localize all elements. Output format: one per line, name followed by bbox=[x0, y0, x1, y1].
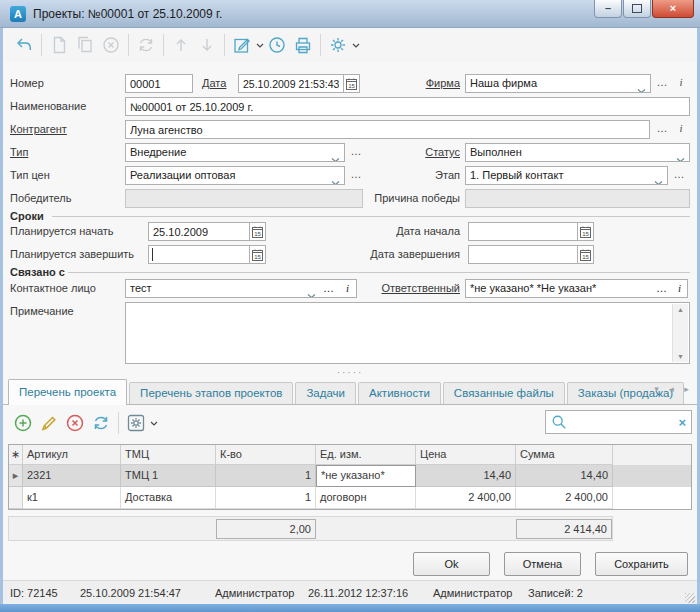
scroll-down-icon[interactable]: ▼ bbox=[673, 353, 688, 360]
splitter-handle[interactable]: ····· bbox=[0, 369, 700, 377]
label-firma-link[interactable]: Фирма bbox=[405, 74, 460, 92]
plan-start-field[interactable] bbox=[148, 222, 250, 241]
history-button[interactable] bbox=[264, 32, 290, 58]
label-status-link[interactable]: Статус bbox=[400, 143, 460, 161]
dropdown-caret-icon[interactable] bbox=[352, 43, 360, 48]
cell-cena[interactable]: 14,40 bbox=[416, 465, 516, 487]
otvetstvennyy-combo[interactable]: *не указано* *Не указан* … i bbox=[465, 279, 688, 298]
search-input[interactable] bbox=[571, 415, 678, 429]
label-otvetstvennyy-link[interactable]: Ответственный bbox=[368, 279, 460, 297]
primechanie-textarea[interactable]: ▲ ▼ bbox=[125, 302, 690, 364]
chevron-down-icon[interactable] bbox=[307, 287, 316, 298]
table-row[interactable]: к1 Доставка 1 договорн 2 400,00 2 400,00 bbox=[9, 487, 691, 509]
cancel-button[interactable]: Отмена bbox=[504, 552, 581, 576]
date-start-calendar-button[interactable]: 15 bbox=[577, 222, 594, 241]
chevron-down-icon[interactable] bbox=[676, 151, 685, 162]
etap-ellipsis-button[interactable]: … bbox=[671, 166, 687, 185]
kontragent-ellipsis-button[interactable]: … bbox=[654, 120, 670, 139]
delete-row-button[interactable] bbox=[62, 410, 88, 436]
column-header-artikul[interactable]: Артикул bbox=[23, 445, 121, 465]
tab-scroll-right-icon[interactable]: ▸ bbox=[679, 382, 694, 396]
edit-row-button[interactable] bbox=[36, 410, 62, 436]
kontakt-info-button[interactable]: i bbox=[346, 280, 349, 297]
tip-ellipsis-button[interactable]: … bbox=[348, 143, 364, 162]
tab-zadachi[interactable]: Задачи bbox=[295, 382, 356, 404]
kontakt-combo[interactable]: тест … i bbox=[125, 279, 357, 298]
tab-perechen-etapov[interactable]: Перечень этапов проектов bbox=[129, 382, 293, 404]
tab-aktivnosti[interactable]: Активности bbox=[358, 382, 441, 404]
tab-list-icon[interactable]: ▾ bbox=[649, 382, 664, 396]
data-calendar-button[interactable]: 15 bbox=[343, 74, 360, 93]
dropdown-caret-icon[interactable] bbox=[150, 421, 158, 426]
plan-end-field[interactable] bbox=[148, 245, 250, 264]
scroll-up-icon[interactable]: ▲ bbox=[673, 306, 688, 313]
kontragent-field[interactable] bbox=[125, 120, 650, 139]
data-field[interactable] bbox=[238, 74, 344, 93]
firma-ellipsis-button[interactable]: … bbox=[654, 74, 670, 93]
dropdown-caret-icon[interactable] bbox=[256, 43, 264, 48]
column-header-summa[interactable]: Сумма bbox=[516, 445, 613, 465]
cell-cena[interactable]: 2 400,00 bbox=[416, 487, 516, 509]
tip-cen-combo[interactable]: Реализации оптовая bbox=[125, 166, 345, 185]
cell-kvo[interactable]: 1 bbox=[216, 487, 316, 509]
chevron-down-icon[interactable] bbox=[637, 82, 646, 93]
close-button[interactable]: × bbox=[652, 0, 694, 18]
grid-settings-button[interactable] bbox=[123, 410, 149, 436]
chevron-down-icon[interactable] bbox=[654, 174, 663, 185]
otvetstvennyy-ellipsis-button[interactable]: … bbox=[656, 280, 667, 297]
label-tip-link[interactable]: Тип bbox=[10, 143, 28, 161]
status-combo[interactable]: Выполнен bbox=[465, 143, 690, 162]
table-row[interactable]: ▸ 2321 ТМЦ 1 1 *не указано* 14,40 14,40 bbox=[9, 465, 691, 487]
scrollbar[interactable]: ▲ ▼ bbox=[672, 304, 688, 362]
tab-scroll-left-icon[interactable]: ◂ bbox=[664, 382, 679, 396]
cell-artikul[interactable]: 2321 bbox=[23, 465, 121, 487]
nomer-field[interactable] bbox=[125, 74, 193, 93]
column-header-tmc[interactable]: ТМЦ bbox=[121, 445, 216, 465]
ok-button[interactable]: Ok bbox=[413, 552, 490, 576]
cell-summa[interactable]: 14,40 bbox=[516, 465, 613, 487]
chevron-down-icon[interactable] bbox=[331, 151, 340, 162]
cell-summa[interactable]: 2 400,00 bbox=[516, 487, 613, 509]
cell-tmc[interactable]: ТМЦ 1 bbox=[121, 465, 216, 487]
otvetstvennyy-info-button[interactable]: i bbox=[678, 280, 681, 297]
plan-end-calendar-button[interactable]: 15 bbox=[249, 245, 266, 264]
cell-artikul[interactable]: к1 bbox=[23, 487, 121, 509]
firma-info-button[interactable]: i bbox=[674, 74, 688, 93]
tab-svyazannye-fayly[interactable]: Связанные файлы bbox=[443, 382, 565, 404]
search-clear-icon[interactable]: × bbox=[678, 415, 686, 430]
search-box[interactable]: × bbox=[545, 410, 692, 434]
column-header-ed-izm[interactable]: Ед. изм. bbox=[316, 445, 416, 465]
header-marker-cell[interactable]: ∗ bbox=[9, 445, 23, 465]
maximize-button[interactable] bbox=[623, 0, 651, 18]
edit-menu-button[interactable] bbox=[229, 32, 255, 58]
column-header-kvo[interactable]: К-во bbox=[216, 445, 316, 465]
label-kontragent-link[interactable]: Контрагент bbox=[10, 120, 67, 138]
cell-ed-izm[interactable]: *не указано* bbox=[316, 465, 416, 487]
etap-combo[interactable]: 1. Первый контакт bbox=[465, 166, 668, 185]
back-button[interactable] bbox=[11, 32, 37, 58]
cell-kvo[interactable]: 1 bbox=[216, 465, 316, 487]
save-button[interactable]: Сохранить bbox=[595, 552, 688, 576]
print-button[interactable] bbox=[290, 32, 316, 58]
tab-perechen-proekta[interactable]: Перечень проекта bbox=[8, 379, 127, 405]
cell-tmc[interactable]: Доставка bbox=[121, 487, 216, 509]
kontragent-info-button[interactable]: i bbox=[674, 120, 688, 139]
column-header-cena[interactable]: Цена bbox=[416, 445, 516, 465]
date-end-field[interactable] bbox=[468, 245, 578, 264]
label-data-link[interactable]: Дата bbox=[202, 74, 226, 92]
plan-start-calendar-button[interactable]: 15 bbox=[249, 222, 266, 241]
settings-button[interactable] bbox=[325, 32, 351, 58]
resize-grip[interactable] bbox=[685, 593, 695, 603]
add-row-button[interactable] bbox=[10, 410, 36, 436]
naimenovanie-field[interactable] bbox=[125, 97, 690, 116]
refresh-grid-button[interactable] bbox=[88, 410, 114, 436]
tip-combo[interactable]: Внедрение bbox=[125, 143, 345, 162]
chevron-down-icon[interactable] bbox=[331, 174, 340, 185]
firma-combo[interactable]: Наша фирма bbox=[465, 74, 651, 93]
kontakt-ellipsis-button[interactable]: … bbox=[323, 280, 334, 297]
minimize-button[interactable]: – bbox=[594, 0, 622, 18]
date-start-field[interactable] bbox=[468, 222, 578, 241]
cell-ed-izm[interactable]: договорн bbox=[316, 487, 416, 509]
date-end-calendar-button[interactable]: 15 bbox=[577, 245, 594, 264]
tip-cen-ellipsis-button[interactable]: … bbox=[348, 166, 364, 185]
